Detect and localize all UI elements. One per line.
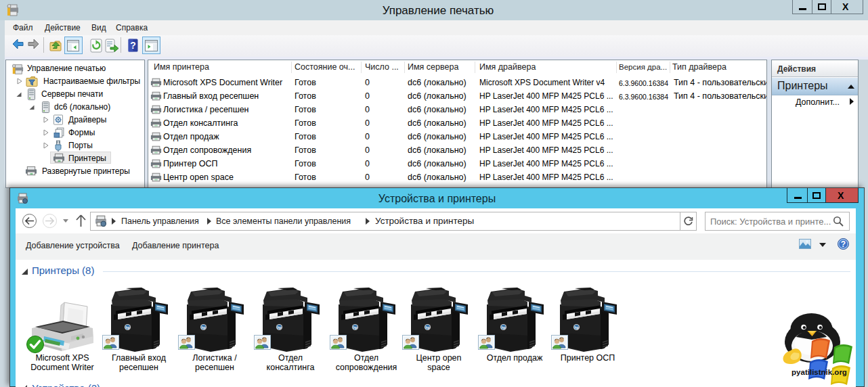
- svg-text:?: ?: [130, 40, 136, 51]
- svg-text:?: ?: [841, 240, 846, 249]
- svg-text:pyatilistnik.org: pyatilistnik.org: [791, 368, 847, 376]
